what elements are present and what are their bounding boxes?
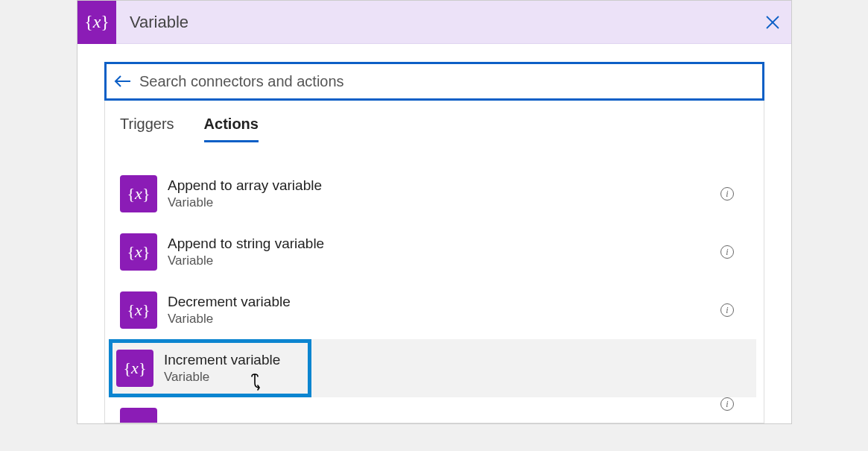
back-button[interactable] bbox=[114, 75, 132, 88]
action-append-array[interactable]: x Append to array variable Variable i bbox=[113, 165, 756, 223]
variable-icon: x bbox=[116, 350, 153, 387]
action-text: Append to string variable Variable bbox=[168, 236, 749, 268]
action-title: Append to string variable bbox=[168, 236, 749, 252]
dialog-panel: x Variable Triggers Actions x Append to … bbox=[77, 0, 792, 424]
back-arrow-icon bbox=[114, 75, 132, 88]
tab-actions[interactable]: Actions bbox=[204, 116, 259, 142]
action-subtitle: Variable bbox=[168, 195, 749, 210]
info-icon[interactable]: i bbox=[720, 397, 734, 411]
action-text: Increment variable Variable bbox=[164, 352, 304, 385]
action-decrement[interactable]: x Decrement variable Variable i bbox=[113, 281, 756, 339]
action-append-string[interactable]: x Append to string variable Variable i bbox=[113, 223, 756, 281]
action-title: Append to array variable bbox=[168, 177, 749, 194]
close-button[interactable] bbox=[754, 1, 791, 44]
tabs: Triggers Actions bbox=[105, 101, 764, 142]
info-icon[interactable]: i bbox=[720, 303, 734, 317]
tab-triggers[interactable]: Triggers bbox=[120, 116, 174, 142]
variable-icon: x bbox=[120, 233, 157, 271]
action-text: Decrement variable Variable bbox=[168, 294, 749, 327]
dialog-body: Triggers Actions x Append to array varia… bbox=[77, 44, 791, 423]
info-icon[interactable]: i bbox=[720, 187, 734, 201]
action-partial bbox=[113, 397, 756, 423]
action-increment[interactable]: x Increment variable Variable bbox=[109, 339, 311, 397]
close-icon bbox=[765, 15, 780, 30]
dialog-header: x Variable bbox=[77, 1, 791, 44]
action-subtitle: Variable bbox=[168, 253, 749, 268]
tabs-wrapper: Triggers Actions x Append to array varia… bbox=[104, 101, 764, 423]
actions-list: x Append to array variable Variable i x … bbox=[105, 142, 764, 423]
action-subtitle: Variable bbox=[168, 312, 749, 327]
search-container bbox=[104, 62, 764, 101]
action-text: Append to array variable Variable bbox=[168, 177, 749, 210]
action-subtitle: Variable bbox=[164, 370, 304, 385]
action-title: Decrement variable bbox=[168, 294, 749, 310]
variable-icon-partial bbox=[120, 408, 157, 423]
action-row-highlighted: x Increment variable Variable i bbox=[113, 339, 756, 397]
dialog-title: Variable bbox=[130, 13, 754, 32]
brace-icon: x bbox=[84, 12, 110, 32]
variable-icon: x bbox=[120, 291, 157, 329]
variable-icon: x bbox=[77, 1, 116, 44]
search-input[interactable] bbox=[139, 73, 755, 90]
variable-icon: x bbox=[120, 175, 157, 212]
info-icon[interactable]: i bbox=[720, 245, 734, 259]
action-title: Increment variable bbox=[164, 352, 304, 368]
